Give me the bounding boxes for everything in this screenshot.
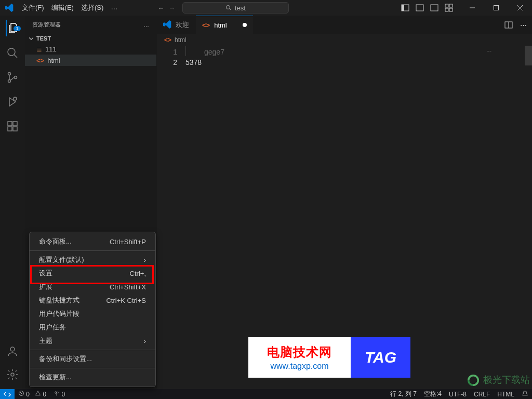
menu-settings[interactable]: 设置Ctrl+,	[30, 267, 155, 280]
vscode-logo-icon	[0, 4, 18, 12]
editor-group: 欢迎 <> html ⋯ <> html 1 2 geg	[157, 16, 532, 389]
line-gutter: 1 2	[157, 46, 185, 389]
maximize-icon[interactable]	[484, 0, 508, 16]
svg-rect-22	[8, 122, 12, 126]
customize-layout-icon[interactable]	[445, 4, 453, 12]
activity-extensions[interactable]	[6, 120, 19, 134]
nav-forward-icon[interactable]: →	[168, 4, 175, 12]
error-icon	[18, 390, 24, 396]
menu-theme[interactable]: 主题›	[30, 334, 155, 348]
folder-section[interactable]: TEST	[25, 34, 156, 43]
remote-indicator[interactable]	[0, 389, 15, 399]
svg-point-0	[226, 6, 230, 9]
menu-command-palette[interactable]: 命令面板...Ctrl+Shift+P	[30, 235, 155, 248]
status-bar: 0 0 0 行 2, 列 7 空格:4 UTF-8 CRLF HTML	[0, 389, 532, 399]
sidebar-title: 资源管理器	[32, 21, 61, 29]
menu-separator	[30, 250, 155, 251]
gear-icon	[6, 368, 19, 381]
split-editor-icon[interactable]	[504, 21, 513, 29]
remote-icon	[4, 391, 11, 398]
menu-extensions[interactable]: 扩展Ctrl+Shift+X	[30, 280, 155, 294]
html-file-icon: <>	[164, 36, 171, 44]
file-label: 111	[45, 45, 57, 53]
account-icon	[6, 345, 19, 357]
menu-separator	[30, 350, 155, 350]
menu-sync[interactable]: 备份和同步设置...	[30, 352, 155, 366]
svg-rect-3	[402, 5, 404, 11]
svg-rect-13	[494, 6, 499, 10]
menu-tasks[interactable]: 用户任务	[30, 321, 155, 334]
status-encoding[interactable]: UTF-8	[445, 391, 470, 398]
scrollbar-thumb[interactable]	[525, 46, 532, 65]
activity-debug[interactable]	[6, 96, 19, 110]
minimize-icon[interactable]	[460, 0, 484, 16]
activity-bar	[0, 16, 25, 389]
layout-controls	[394, 4, 460, 12]
svg-rect-9	[449, 4, 453, 7]
status-spaces[interactable]: 空格:4	[420, 390, 445, 398]
radio-tower-icon	[54, 390, 60, 396]
menu-file[interactable]: 文件(F)	[18, 1, 48, 15]
nav-back-icon[interactable]: ←	[157, 4, 164, 12]
menu-check-updates[interactable]: 检查更新...	[30, 370, 155, 384]
menu-select[interactable]: 选择(S)	[77, 1, 107, 15]
svg-rect-5	[416, 8, 423, 11]
svg-point-20	[15, 76, 17, 79]
activity-scm[interactable]	[6, 71, 19, 85]
svg-point-18	[8, 73, 11, 75]
tab-welcome[interactable]: 欢迎	[157, 16, 196, 34]
svg-point-33	[56, 392, 57, 393]
activity-settings[interactable]	[6, 368, 19, 382]
line-number: 1	[157, 47, 177, 57]
svg-point-21	[14, 97, 17, 100]
status-notifications[interactable]	[518, 390, 532, 398]
file-item-111[interactable]: ≣ 111	[25, 43, 156, 55]
breadcrumb[interactable]: <> html	[157, 34, 532, 46]
svg-rect-24	[13, 127, 17, 131]
status-ports[interactable]: 0	[50, 390, 69, 398]
svg-rect-23	[8, 127, 12, 131]
title-bar: 文件(F) 编辑(E) 选择(S) … ← → test	[0, 0, 532, 16]
status-problems[interactable]: 0 0	[15, 390, 50, 398]
folder-name: TEST	[36, 35, 51, 42]
menu-edit[interactable]: 编辑(E)	[48, 1, 77, 15]
tab-bar: 欢迎 <> html ⋯	[157, 16, 532, 34]
activity-account[interactable]	[6, 345, 19, 359]
file-item-html[interactable]: <> html	[25, 55, 156, 66]
source-control-icon	[6, 71, 19, 84]
status-linecol[interactable]: 行 2, 列 7	[387, 390, 420, 398]
menu-bar: 文件(F) 编辑(E) 选择(S) …	[18, 1, 121, 15]
menu-keyboard-shortcuts[interactable]: 键盘快捷方式Ctrl+K Ctrl+S	[30, 294, 155, 307]
editor-more-icon[interactable]: ⋯	[520, 21, 527, 29]
status-language[interactable]: HTML	[494, 391, 518, 398]
menu-more[interactable]: …	[107, 1, 121, 15]
watermark-tagxp: 电脑技术网 www.tagxp.com TAG	[248, 337, 410, 378]
menu-separator	[30, 368, 155, 368]
toggle-panel-icon[interactable]	[416, 4, 424, 12]
search-text: test	[235, 4, 246, 12]
html-file-icon: <>	[36, 57, 44, 64]
watermark-download: 极光下载站	[466, 373, 530, 388]
activity-search[interactable]	[6, 47, 19, 61]
menu-snippets[interactable]: 用户代码片段	[30, 307, 155, 321]
vscode-icon	[163, 20, 171, 30]
svg-point-16	[8, 48, 15, 56]
svg-point-27	[11, 373, 14, 376]
lines-icon: ≣	[36, 45, 42, 53]
toggle-secondary-icon[interactable]	[430, 4, 438, 12]
sidebar-more-icon[interactable]: …	[143, 22, 149, 28]
extensions-icon	[6, 120, 19, 132]
close-icon[interactable]	[508, 0, 532, 16]
sidebar-header: 资源管理器 …	[25, 16, 156, 34]
svg-point-19	[8, 80, 11, 83]
svg-rect-11	[449, 8, 453, 11]
search-box[interactable]: test	[182, 2, 288, 14]
file-label: html	[47, 57, 60, 64]
menu-profile[interactable]: 配置文件(默认)›	[30, 253, 155, 267]
settings-context-menu: 命令面板...Ctrl+Shift+P 配置文件(默认)› 设置Ctrl+, 扩…	[29, 232, 156, 387]
minimap-hint: --	[487, 47, 491, 55]
toggle-sidebar-icon[interactable]	[401, 4, 409, 12]
tab-html[interactable]: <> html	[196, 16, 254, 34]
status-eol[interactable]: CRLF	[470, 391, 494, 398]
breadcrumb-file: html	[175, 36, 187, 44]
